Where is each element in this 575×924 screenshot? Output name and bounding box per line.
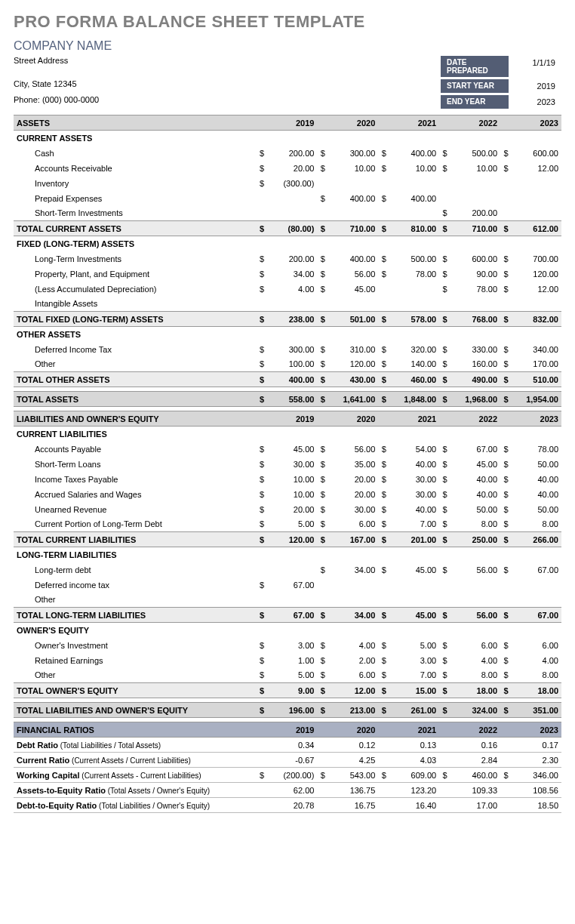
- row-label: Inventory: [14, 176, 257, 191]
- ratio-row: Debt-to-Equity Ratio (Total Liabilities …: [14, 798, 561, 813]
- line-item: Long-Term Investments$200.00$400.00$500.…: [14, 251, 561, 266]
- row-label: TOTAL LONG-TERM LIABILITIES: [14, 608, 257, 623]
- row-label: Long-Term Investments: [14, 251, 257, 266]
- subsection-header: OWNER'S EQUITY: [14, 623, 561, 638]
- company-name: COMPANY NAME: [14, 39, 561, 53]
- ratio-row: Working Capital (Current Assets - Curren…: [14, 768, 561, 783]
- line-item: Inventory$(300.00): [14, 176, 561, 191]
- line-item: Income Taxes Payable$10.00$20.00$30.00$4…: [14, 472, 561, 487]
- row-label: Deferred income tax: [14, 578, 257, 593]
- doc-title: PRO FORMA BALANCE SHEET TEMPLATE: [14, 12, 561, 32]
- line-item: Accrued Salaries and Wages$10.00$20.00$3…: [14, 487, 561, 502]
- total-assets-row: TOTAL ASSETS$558.00$1,641.00$1,848.00$1,…: [14, 392, 561, 407]
- line-item: Unearned Revenue$20.00$30.00$40.00$50.00…: [14, 502, 561, 517]
- assets-header: ASSETS20192020202120222023: [14, 116, 561, 131]
- phone: Phone: (000) 000-0000: [14, 95, 99, 109]
- row-label: TOTAL ASSETS: [14, 392, 257, 407]
- line-item: (Less Accumulated Depreciation)$4.00$45.…: [14, 282, 561, 297]
- line-item: Prepaid Expenses$400.00$400.00: [14, 191, 561, 206]
- date-prepared-label: DATE PREPARED: [441, 56, 509, 77]
- row-label: Owner's Investment: [14, 638, 257, 653]
- start-year-label: START YEAR: [441, 79, 509, 93]
- line-item: Short-Term Loans$30.00$35.00$40.00$45.00…: [14, 457, 561, 472]
- row-label: Retained Earnings: [14, 653, 257, 668]
- subsection-header: LONG-TERM LIABILITIES: [14, 547, 561, 562]
- date-prepared-value: 1/1/19: [509, 56, 561, 77]
- row-label: Property, Plant, and Equipment: [14, 266, 257, 282]
- line-item: Other$5.00$6.00$7.00$8.00$8.00: [14, 668, 561, 683]
- row-label: Accounts Receivable: [14, 161, 257, 176]
- line-item: Deferred Income Tax$300.00$310.00$320.00…: [14, 342, 561, 357]
- row-label: TOTAL OWNER'S EQUITY: [14, 683, 257, 698]
- subtotal-row: TOTAL FIXED (LONG-TERM) ASSETS$238.00$50…: [14, 312, 561, 327]
- line-item: Cash$200.00$300.00$400.00$500.00$600.00: [14, 146, 561, 161]
- line-item: Accounts Receivable$20.00$10.00$10.00$10…: [14, 161, 561, 176]
- row-label: Deferred Income Tax: [14, 342, 257, 357]
- line-item: Intangible Assets: [14, 297, 561, 312]
- subsection-header: CURRENT ASSETS: [14, 131, 561, 146]
- end-year-value: 2023: [509, 95, 561, 109]
- row-label: TOTAL FIXED (LONG-TERM) ASSETS: [14, 312, 257, 327]
- row-label: Short-Term Investments: [14, 206, 257, 221]
- row-label: Long-term debt: [14, 562, 257, 578]
- row-label: TOTAL CURRENT LIABILITIES: [14, 532, 257, 547]
- start-year-value: 2019: [509, 79, 561, 93]
- line-item: Deferred income tax$67.00: [14, 578, 561, 593]
- row-label: Short-Term Loans: [14, 457, 257, 472]
- row-label: Intangible Assets: [14, 297, 257, 312]
- row-label: Income Taxes Payable: [14, 472, 257, 487]
- subsection-header: FIXED (LONG-TERM) ASSETS: [14, 236, 561, 251]
- row-label: TOTAL CURRENT ASSETS: [14, 221, 257, 236]
- row-label: Prepaid Expenses: [14, 191, 257, 206]
- line-item: Other$100.00$120.00$140.00$160.00$170.00: [14, 357, 561, 372]
- row-label: (Less Accumulated Depreciation): [14, 282, 257, 297]
- subtotal-row: TOTAL CURRENT LIABILITIES$120.00$167.00$…: [14, 532, 561, 547]
- subsection-header: OTHER ASSETS: [14, 327, 561, 342]
- row-label: Current Portion of Long-Term Debt: [14, 517, 257, 532]
- end-year-label: END YEAR: [441, 95, 509, 109]
- row-label: Accounts Payable: [14, 442, 257, 457]
- financial-ratios-header: FINANCIAL RATIOS20192020202120222023: [14, 722, 561, 738]
- subtotal-row: TOTAL OTHER ASSETS$400.00$430.00$460.00$…: [14, 372, 561, 387]
- subsection-header: CURRENT LIABILITIES: [14, 427, 561, 442]
- line-item: Property, Plant, and Equipment$34.00$56.…: [14, 266, 561, 282]
- row-label: Unearned Revenue: [14, 502, 257, 517]
- ratio-row: Current Ratio (Current Assets / Current …: [14, 753, 561, 768]
- liabilities-header: LIABILITIES AND OWNER'S EQUITY2019202020…: [14, 411, 561, 427]
- line-item: Current Portion of Long-Term Debt$5.00$6…: [14, 517, 561, 532]
- row-label: TOTAL LIABILITIES AND OWNER'S EQUITY: [14, 703, 257, 718]
- subtotal-row: TOTAL CURRENT ASSETS$(80.00)$710.00$810.…: [14, 221, 561, 236]
- total-liab-equity-row: TOTAL LIABILITIES AND OWNER'S EQUITY$196…: [14, 703, 561, 718]
- balance-sheet-table: ASSETS20192020202120222023CURRENT ASSETS…: [14, 115, 561, 813]
- line-item: Accounts Payable$45.00$56.00$54.00$67.00…: [14, 442, 561, 457]
- row-label: Other: [14, 593, 257, 608]
- line-item: Retained Earnings$1.00$2.00$3.00$4.00$4.…: [14, 653, 561, 668]
- row-label: Other: [14, 668, 257, 683]
- subtotal-row: TOTAL LONG-TERM LIABILITIES$67.00$34.00$…: [14, 608, 561, 623]
- addr-line2: City, State 12345: [14, 79, 77, 93]
- line-item: Long-term debt$34.00$45.00$56.00$67.00: [14, 562, 561, 578]
- row-label: Accrued Salaries and Wages: [14, 487, 257, 502]
- ratio-row: Assets-to-Equity Ratio (Total Assets / O…: [14, 783, 561, 798]
- line-item: Owner's Investment$3.00$4.00$5.00$6.00$6…: [14, 638, 561, 653]
- row-label: Cash: [14, 146, 257, 161]
- addr-line1: Street Address: [14, 56, 68, 77]
- line-item: Short-Term Investments$200.00: [14, 206, 561, 221]
- line-item: Other: [14, 593, 561, 608]
- row-label: Other: [14, 357, 257, 372]
- subtotal-row: TOTAL OWNER'S EQUITY$9.00$12.00$15.00$18…: [14, 683, 561, 698]
- ratio-row: Debt Ratio (Total Liabilities / Total As…: [14, 738, 561, 753]
- row-label: TOTAL OTHER ASSETS: [14, 372, 257, 387]
